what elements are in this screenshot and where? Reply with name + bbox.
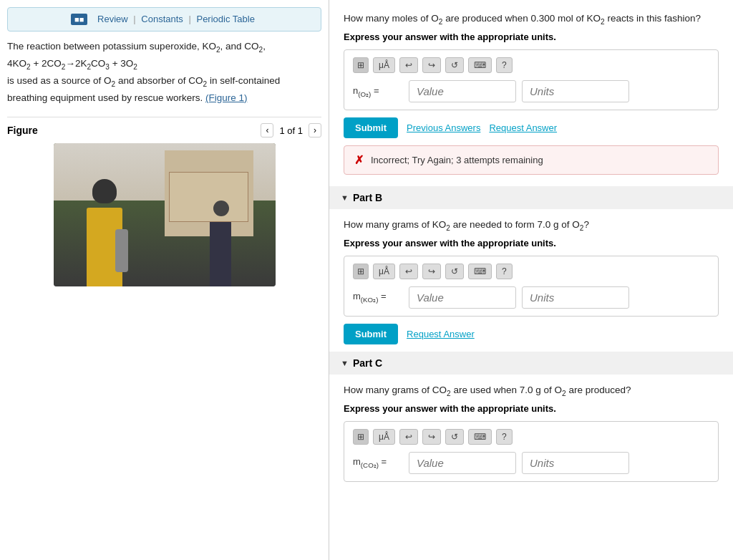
answer-box-a: ⊞ μÅ ↩ ↪ ↺ ⌨ ? n(O₂) = [344,49,719,110]
units-input-a[interactable] [522,80,629,102]
keyboard-icon-b: ⌨ [474,266,486,276]
figure-prev-button[interactable]: ‹ [261,123,273,137]
undo-button-c[interactable]: ↩ [399,429,418,445]
refresh-button-c[interactable]: ↺ [445,429,464,445]
part-c-title: Part C [353,357,382,369]
mu-button-a[interactable]: μÅ [373,57,395,73]
problem-description: The reaction between potassium superoxid… [7,39,321,105]
feedback-box-a: ✗ Incorrect; Try Again; 3 attempts remai… [344,145,719,175]
answer-box-b: ⊞ μÅ ↩ ↪ ↺ ⌨ ? m(KO₂) = [344,256,719,317]
grid-icon-b: ⊞ [357,266,364,276]
periodic-table-link[interactable]: Periodic Table [196,14,254,24]
refresh-button-a[interactable]: ↺ [445,57,464,73]
keyboard-icon-c: ⌨ [474,432,486,442]
answer-instruction-c: Express your answer with the appropriate… [344,403,719,414]
refresh-icon-b: ↺ [451,266,458,276]
figure-title: Figure [7,125,38,136]
figure-link[interactable]: (Figure 1) [205,92,248,103]
toolbar-b: ⊞ μÅ ↩ ↪ ↺ ⌨ ? [353,264,709,279]
input-row-b: m(KO₂) = [353,286,709,309]
mu-icon-c: μÅ [379,432,389,442]
figure-image [54,143,276,286]
toolbar-c: ⊞ μÅ ↩ ↪ ↺ ⌨ ? [353,429,709,445]
input-row-a: n(O₂) = [353,80,709,102]
figure-section: Figure ‹ 1 of 1 › [7,117,321,286]
grid-button-a[interactable]: ⊞ [353,57,369,73]
grid-button-b[interactable]: ⊞ [353,264,369,279]
help-button-b[interactable]: ? [496,264,513,279]
keyboard-icon-a: ⌨ [474,60,486,70]
units-input-c[interactable] [522,452,629,474]
answer-box-c: ⊞ μÅ ↩ ↪ ↺ ⌨ ? m(CO₂) = [344,421,719,482]
help-icon-c: ? [502,432,507,442]
keyboard-button-b[interactable]: ⌨ [468,264,492,279]
left-panel: ■■ Review | Constants | Periodic Table T… [0,0,329,560]
review-bar: ■■ Review | Constants | Periodic Table [7,7,321,32]
right-panel: How many moles of O2 are produced when 0… [329,0,733,560]
undo-button-a[interactable]: ↩ [399,57,418,73]
keyboard-button-a[interactable]: ⌨ [468,57,492,73]
figure-nav: ‹ 1 of 1 › [261,123,321,137]
figure-page: 1 of 1 [279,125,303,136]
feedback-text-a: Incorrect; Try Again; 3 attempts remaini… [371,155,543,165]
redo-icon-a: ↪ [428,60,435,70]
part-b-arrow[interactable]: ▼ [341,193,349,202]
request-answer-button-a[interactable]: Request Answer [489,122,557,133]
submit-button-a[interactable]: Submit [344,117,398,138]
input-label-c: m(CO₂) = [353,456,403,469]
question-c-text: How many grams of CO2 are used when 7.0 … [344,383,719,399]
refresh-icon-c: ↺ [451,432,458,442]
action-row-b: Submit Request Answer [344,324,719,344]
review-icon: ■■ [71,14,87,25]
refresh-icon-a: ↺ [451,60,458,70]
part-c-header: ▼ Part C [329,352,733,375]
mu-icon-a: μÅ [379,60,389,70]
question-a-text: How many moles of O2 are produced when 0… [344,11,719,27]
toolbar-a: ⊞ μÅ ↩ ↪ ↺ ⌨ ? [353,57,709,73]
help-button-c[interactable]: ? [496,429,513,445]
part-b-header: ▼ Part B [329,186,733,209]
figure-header: Figure ‹ 1 of 1 › [7,123,321,137]
part-b-title: Part B [353,192,382,203]
question-b-text: How many grams of KO2 are needed to form… [344,218,719,233]
input-row-c: m(CO₂) = [353,452,709,474]
value-input-c[interactable] [409,452,516,474]
grid-icon-c: ⊞ [357,432,364,442]
mu-button-c[interactable]: μÅ [373,429,395,445]
redo-icon-c: ↪ [428,432,435,442]
submit-button-b[interactable]: Submit [344,324,398,344]
input-label-a: n(O₂) = [353,85,403,98]
incorrect-icon-a: ✗ [354,153,364,167]
undo-icon-a: ↩ [405,60,412,70]
previous-answers-button-a[interactable]: Previous Answers [407,122,480,133]
keyboard-button-c[interactable]: ⌨ [468,429,492,445]
value-input-a[interactable] [409,80,516,102]
input-label-b: m(KO₂) = [353,291,403,304]
action-row-a: Submit Previous Answers Request Answer [344,117,719,138]
mu-icon-b: μÅ [379,266,389,276]
redo-icon-b: ↪ [428,266,435,276]
units-input-b[interactable] [522,286,629,309]
mu-button-b[interactable]: μÅ [373,264,395,279]
help-button-a[interactable]: ? [496,57,513,73]
answer-instruction-a: Express your answer with the appropriate… [344,32,719,42]
help-icon-a: ? [502,60,507,70]
request-answer-button-b[interactable]: Request Answer [407,329,475,339]
redo-button-c[interactable]: ↪ [422,429,441,445]
value-input-b[interactable] [409,286,516,309]
help-icon-b: ? [502,266,507,276]
refresh-button-b[interactable]: ↺ [445,264,464,279]
redo-button-a[interactable]: ↪ [422,57,441,73]
redo-button-b[interactable]: ↪ [422,264,441,279]
constants-link[interactable]: Constants [141,14,183,24]
figure-next-button[interactable]: › [309,123,321,137]
review-link[interactable]: Review [97,14,128,24]
answer-instruction-b: Express your answer with the appropriate… [344,238,719,248]
grid-button-c[interactable]: ⊞ [353,429,369,445]
part-c-arrow[interactable]: ▼ [341,359,349,367]
undo-icon-b: ↩ [405,266,412,276]
grid-icon-a: ⊞ [357,60,364,70]
undo-button-b[interactable]: ↩ [399,264,418,279]
undo-icon-c: ↩ [405,432,412,442]
